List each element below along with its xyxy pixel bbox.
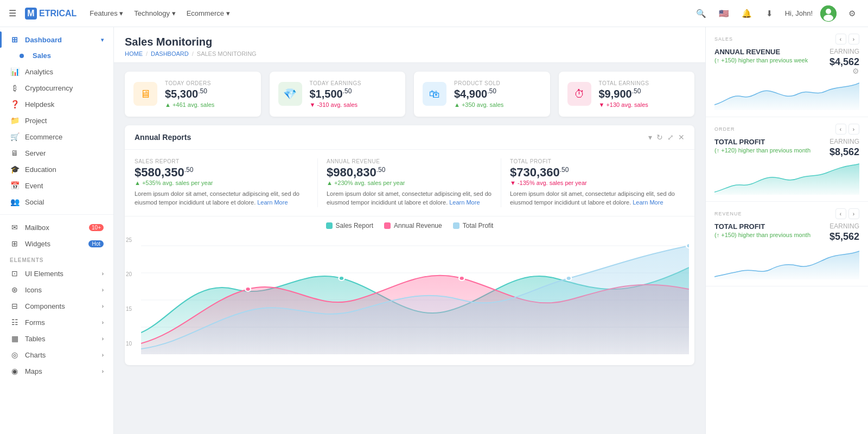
ecommerce-icon: 🛒: [10, 132, 20, 141]
components-icon: ⊟: [10, 302, 20, 310]
sales-gear-icon[interactable]: ⚙: [852, 67, 859, 75]
earnings-label: TODAY EARNINGS: [310, 80, 397, 86]
right-panel: SALES ‹ › ANNUAL REVENUE (↑ +150) higher…: [705, 27, 868, 434]
svg-point-9: [245, 287, 251, 291]
breadcrumb-home[interactable]: HOME: [125, 50, 143, 57]
widgets-badge: Hot: [88, 240, 104, 247]
annual-reports-header: Annual Reports ▾ ↻ ⤢ ✕: [125, 125, 694, 150]
sidebar-item-tables[interactable]: ▦ Tables ›: [0, 330, 113, 347]
bell-icon[interactable]: 🔔: [739, 6, 755, 21]
svg-point-2: [824, 15, 833, 21]
mini-card-revenue: REVENUE ‹ › TOTAL PROFIT (↑ +150) higher…: [706, 202, 868, 286]
sidebar-item-ui-elements[interactable]: ⊡ UI Elements ›: [0, 265, 113, 282]
hamburger-icon[interactable]: ☰: [9, 8, 16, 18]
revenue-prev-btn[interactable]: ‹: [835, 208, 846, 219]
download-icon[interactable]: ⬇: [762, 6, 777, 21]
sales-learn-more[interactable]: Learn More: [257, 199, 288, 206]
mini-card-sales: SALES ‹ › ANNUAL REVENUE (↑ +150) higher…: [706, 27, 868, 117]
report-stat-profit: TOTAL PROFIT $730,360.50 ▼ -135% avg. sa…: [501, 158, 685, 207]
flag-icon[interactable]: 🇺🇸: [717, 6, 732, 21]
product-delta: ▲ +350 avg. sales: [454, 101, 541, 108]
chevron-right-icon-5: ›: [102, 336, 104, 342]
collapse-icon[interactable]: ▾: [648, 133, 652, 142]
revenue-section-label: REVENUE ‹ ›: [714, 208, 859, 219]
sidebar-item-server[interactable]: 🖥 Server: [0, 145, 113, 161]
chevron-right-icon-2: ›: [102, 287, 104, 293]
forms-icon: ☷: [10, 318, 20, 327]
revenue-earning-label: EARNING: [829, 222, 859, 230]
refresh-icon[interactable]: ↻: [656, 133, 663, 142]
area-chart-container: 25 20 15 10: [125, 235, 694, 365]
nav-features[interactable]: Features ▾: [90, 9, 123, 17]
revenue-learn-more[interactable]: Learn More: [449, 199, 480, 206]
breadcrumb-current: SALES MONITORING: [197, 50, 257, 57]
expand-icon[interactable]: ⤢: [667, 133, 674, 142]
annual-revenue-desc: Lorem ipsum dolor sit amet, consectetur …: [327, 189, 492, 207]
sales-next-btn[interactable]: ›: [848, 34, 859, 44]
sidebar-item-dashboard[interactable]: ⊞ Dashboard ▾: [0, 31, 113, 48]
analytics-icon: 📊: [10, 67, 20, 76]
sidebar-item-ecommerce[interactable]: 🛒 Ecommerce: [0, 129, 113, 145]
chevron-right-icon-6: ›: [102, 352, 104, 358]
sales-earning-label: EARNING: [829, 48, 859, 55]
breadcrumb-dashboard[interactable]: DASHBOARD: [151, 50, 189, 57]
profit-learn-more[interactable]: Learn More: [633, 199, 663, 206]
sidebar-item-icons[interactable]: ⊛ Icons ›: [0, 282, 113, 298]
orders-icon: 🖥: [133, 82, 157, 106]
sidebar-item-social[interactable]: 👥 Social: [0, 194, 113, 210]
sales-report-label: SALES REPORT: [135, 158, 309, 164]
sidebar-item-sales[interactable]: Sales: [0, 48, 113, 63]
close-icon[interactable]: ✕: [678, 133, 685, 142]
settings-icon[interactable]: ⚙: [844, 6, 859, 21]
annual-reports-title: Annual Reports: [135, 133, 648, 142]
stat-card-total: ⏱ TOTAL EARNINGS $9,900.50 ▼ +130 avg. s…: [559, 72, 695, 117]
sidebar-item-event[interactable]: 📅 Event: [0, 177, 113, 194]
sidebar-item-widgets[interactable]: ⊞ Widgets Hot: [0, 235, 113, 252]
total-delta: ▼ +130 avg. sales: [599, 101, 686, 108]
nav-ecommerce[interactable]: Ecommerce ▾: [187, 9, 230, 17]
stat-card-earnings-body: TODAY EARNINGS $1,500.50 ▼ -310 avg. sal…: [310, 80, 397, 108]
sales-report-desc: Lorem ipsum dolor sit amet, consectetur …: [135, 189, 309, 207]
legend-dot-blue: [453, 222, 459, 229]
logo-letter: M: [25, 8, 37, 20]
sidebar-item-components[interactable]: ⊟ Components ›: [0, 298, 113, 314]
logo: M ETRICAL: [25, 8, 76, 20]
nav-technology[interactable]: Technology ▾: [134, 9, 175, 17]
sidebar-item-maps[interactable]: ◉ Maps ›: [0, 363, 113, 379]
chevron-right-icon: ›: [102, 271, 104, 277]
annual-revenue-value: $980,830.50: [327, 165, 492, 180]
sidebar-item-forms[interactable]: ☷ Forms ›: [0, 314, 113, 330]
sales-prev-btn[interactable]: ‹: [835, 34, 846, 44]
product-icon: 🛍: [423, 82, 446, 106]
sidebar-item-education[interactable]: 🎓 Education: [0, 161, 113, 177]
breadcrumb: HOME / DASHBOARD / SALES MONITORING: [125, 50, 694, 57]
widgets-icon: ⊞: [10, 239, 20, 248]
product-label: PRODUCT SOLD: [454, 80, 541, 86]
event-icon: 📅: [10, 181, 20, 190]
stat-card-product-body: PRODUCT SOLD $4,900.50 ▲ +350 avg. sales: [454, 80, 541, 108]
revenue-nav: ‹ ›: [835, 208, 859, 219]
sidebar-item-cryptocurrency[interactable]: ₿ Cryptocurrency: [0, 80, 113, 96]
legend-total-profit: Total Profit: [453, 222, 494, 229]
svg-point-12: [686, 244, 689, 248]
sales-mini-chart: [714, 78, 859, 110]
revenue-next-btn[interactable]: ›: [848, 208, 859, 219]
sidebar-item-project[interactable]: 📁 Project: [0, 112, 113, 129]
search-icon[interactable]: 🔍: [694, 6, 709, 21]
sidebar-item-charts[interactable]: ◎ Charts ›: [0, 347, 113, 363]
report-stat-sales: SALES REPORT $580,350.50 ▲ +535% avg. sa…: [135, 158, 318, 207]
chevron-right-icon-7: ›: [102, 368, 104, 374]
charts-icon: ◎: [10, 350, 20, 359]
sidebar-item-mailbox[interactable]: ✉ Mailbox 10+: [0, 219, 113, 235]
avatar[interactable]: [820, 5, 837, 22]
order-next-btn[interactable]: ›: [848, 124, 859, 135]
total-icon: ⏱: [567, 82, 591, 106]
revenue-earning-value: $5,562: [829, 231, 859, 242]
tables-icon: ▦: [10, 334, 20, 343]
annual-revenue-label: ANNUAL REVENUE: [327, 158, 492, 164]
sidebar-item-analytics[interactable]: 📊 Analytics: [0, 63, 113, 80]
order-prev-btn[interactable]: ‹: [835, 124, 846, 135]
total-profit-delta: ▼ -135% avg. sales per year: [510, 180, 676, 186]
sales-card-subtitle: (↑ +150) higher than previous week: [714, 57, 808, 63]
sidebar-item-helpdesk[interactable]: ❓ Helpdesk: [0, 96, 113, 112]
